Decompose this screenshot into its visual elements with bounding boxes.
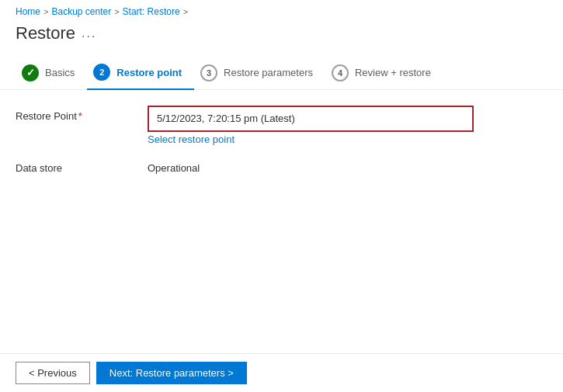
required-star: *	[78, 110, 82, 122]
breadcrumb-start-restore[interactable]: Start: Restore	[123, 6, 180, 17]
page-title-row: Restore ...	[0, 20, 563, 56]
tab-restore-point-circle: 2	[93, 64, 110, 81]
tab-restore-point-label: Restore point	[116, 67, 182, 78]
bottom-bar: < Previous Next: Restore parameters >	[0, 353, 563, 392]
tab-basics-circle: ✓	[22, 64, 39, 82]
tab-review-restore-label: Review + restore	[355, 67, 431, 78]
restore-point-field: 5/12/2023, 7:20:15 pm (Latest) Select re…	[148, 106, 547, 145]
tab-basics-checkmark: ✓	[26, 67, 35, 78]
breadcrumb-home[interactable]: Home	[16, 6, 40, 17]
data-store-row: Data store Operational	[16, 158, 547, 174]
select-restore-point-link[interactable]: Select restore point	[148, 134, 547, 145]
tab-restore-parameters-circle: 3	[200, 64, 217, 82]
page-title: Restore	[16, 23, 75, 43]
breadcrumb-sep-3: >	[183, 7, 188, 16]
restore-point-value: 5/12/2023, 7:20:15 pm (Latest)	[157, 113, 295, 124]
tab-review-restore-circle: 4	[332, 64, 349, 82]
breadcrumb-sep-2: >	[114, 7, 119, 16]
data-store-label: Data store	[16, 158, 148, 174]
tab-restore-parameters-index: 3	[207, 68, 211, 78]
tab-basics-label: Basics	[45, 67, 75, 78]
breadcrumb-sep-1: >	[43, 7, 48, 16]
tab-basics[interactable]: ✓ Basics	[16, 57, 87, 89]
page-container: Home > Backup center > Start: Restore > …	[0, 0, 563, 392]
wizard-tabs: ✓ Basics 2 Restore point 3 Restore param…	[0, 56, 563, 90]
breadcrumb: Home > Backup center > Start: Restore >	[0, 0, 563, 20]
next-button[interactable]: Next: Restore parameters >	[96, 362, 247, 384]
tab-restore-parameters-label: Restore parameters	[224, 67, 313, 78]
tab-review-restore[interactable]: 4 Review + restore	[325, 57, 443, 89]
tab-restore-parameters[interactable]: 3 Restore parameters	[194, 57, 325, 89]
tab-review-restore-index: 4	[338, 68, 342, 78]
restore-point-row: Restore Point* 5/12/2023, 7:20:15 pm (La…	[16, 106, 547, 145]
page-options-button[interactable]: ...	[82, 26, 96, 40]
restore-point-box: 5/12/2023, 7:20:15 pm (Latest)	[148, 106, 474, 132]
form-content: Restore Point* 5/12/2023, 7:20:15 pm (La…	[0, 106, 563, 392]
data-store-value: Operational	[148, 158, 200, 174]
tab-restore-point[interactable]: 2 Restore point	[87, 56, 194, 90]
previous-button[interactable]: < Previous	[16, 362, 90, 384]
restore-point-label: Restore Point*	[16, 106, 148, 122]
breadcrumb-backup-center[interactable]: Backup center	[51, 6, 111, 17]
tab-restore-point-index: 2	[99, 68, 104, 77]
